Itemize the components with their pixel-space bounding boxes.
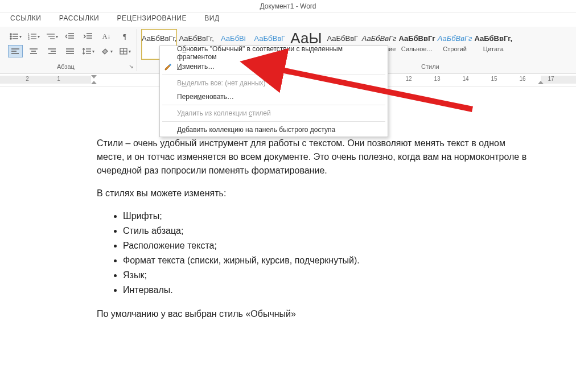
context-menu-label: Изменить…	[177, 63, 215, 71]
shading-icon[interactable]: ▾	[99, 45, 114, 57]
style-sample: АаБбВвГ	[327, 31, 359, 46]
context-menu-item[interactable]: Изменить…	[160, 60, 388, 73]
ruler-tick: 2	[23, 76, 32, 82]
style-sample: АаБбВвГг,	[179, 31, 213, 46]
style-sample: АаБбВвГг,	[474, 31, 512, 46]
context-menu-item: Выделить все: (нет данных)	[160, 76, 388, 90]
style-sample: АаБбВвГ	[254, 31, 286, 46]
context-menu-separator	[162, 121, 385, 122]
context-menu-item: Удалить из коллекции стилей	[160, 106, 388, 120]
modify-style-icon	[163, 62, 172, 71]
paragraph: По умолчанию у вас выбран стиль «Обычный…	[97, 307, 535, 321]
ruler-shade-left	[0, 76, 91, 84]
borders-icon[interactable]: ▾	[117, 45, 132, 57]
style-tile[interactable]: АаБбВвГгСильное…	[398, 29, 435, 60]
ruler-tick: 15	[489, 76, 499, 82]
context-menu-separator	[162, 75, 385, 75]
numbered-list-icon[interactable]: 1 2 3 ▾	[26, 30, 41, 43]
list-item: Язык;	[123, 269, 535, 282]
style-sample: АаБбВі	[221, 31, 246, 46]
text-run: Стили – очень удобный инструмент для раб…	[97, 138, 505, 162]
style-sample: АаБбВвГг	[398, 31, 435, 46]
svg-point-2	[10, 36, 11, 37]
align-right-icon[interactable]	[44, 45, 59, 57]
context-menu-label: Выделить все: (нет данных)	[177, 79, 266, 87]
style-sample: АаЫ	[290, 31, 322, 46]
style-sample: АаБбВвГг	[362, 31, 397, 46]
ribbon-tabs: ССЫЛКИ РАССЫЛКИ РЕЦЕНЗИРОВАНИЕ ВИД	[0, 13, 576, 27]
style-context-menu[interactable]: Обновить "Обычный" в соответствии с выде…	[159, 46, 388, 137]
ruler-tick: 16	[518, 76, 527, 82]
context-menu-label: Добавить коллекцию на панель быстрого до…	[177, 126, 335, 134]
tab-review[interactable]: РЕЦЕНЗИРОВАНИЕ	[117, 14, 187, 22]
list-item: Расположение текста;	[123, 239, 535, 253]
tab-references[interactable]: ССЫЛКИ	[10, 14, 41, 22]
document-area[interactable]: Стили – очень удобный инструмент для раб…	[0, 102, 576, 392]
context-menu-separator	[162, 105, 385, 105]
decrease-indent-icon[interactable]	[63, 30, 77, 43]
context-menu-label: Обновить "Обычный" в соответствии с выде…	[177, 45, 382, 61]
window-title: Документ1 - Word	[0, 0, 576, 13]
list-item: Интервалы.	[123, 283, 535, 297]
sort-icon[interactable]: A↓	[99, 30, 114, 43]
line-spacing-icon[interactable]: ▾	[81, 45, 96, 57]
ruler-tick: 17	[546, 76, 556, 82]
style-sample: АаБбВвГг,	[142, 31, 176, 46]
spell-error[interactable]: нормоконтроле	[454, 152, 519, 162]
ruler-tick: 1	[54, 76, 63, 82]
page-content: Стили – очень удобный инструмент для раб…	[97, 137, 535, 330]
right-indent-marker[interactable]	[538, 81, 544, 84]
align-justify-icon[interactable]	[63, 45, 77, 57]
style-name: Цитата	[483, 46, 504, 52]
first-line-indent-marker[interactable]	[91, 75, 97, 79]
style-name: Сильное…	[401, 46, 433, 52]
ruler-tick: 13	[433, 76, 442, 82]
style-name: Строгий	[443, 46, 467, 52]
context-menu-label: Удалить из коллекции стилей	[177, 109, 271, 117]
hanging-indent-marker[interactable]	[91, 81, 97, 84]
bullet-list-icon[interactable]: ▾	[8, 30, 23, 43]
paragraph: Стили – очень удобный инструмент для раб…	[97, 137, 535, 178]
context-menu-item[interactable]: Переименовать…	[160, 90, 388, 104]
paragraph: В стилях вы можете изменять:	[97, 187, 535, 200]
paragraph-dialog-launcher-icon[interactable]: ↘	[129, 63, 135, 70]
tab-mailings[interactable]: РАССЫЛКИ	[59, 14, 99, 22]
style-tile[interactable]: АаБбВвГг,Цитата	[474, 29, 513, 60]
svg-text:3: 3	[28, 37, 30, 40]
svg-point-4	[10, 38, 11, 39]
show-marks-icon[interactable]: ¶	[117, 30, 132, 43]
increase-indent-icon[interactable]	[81, 30, 96, 43]
context-menu-item[interactable]: Обновить "Обычный" в соответствии с выде…	[160, 46, 388, 60]
context-menu-item[interactable]: Добавить коллекцию на панель быстрого до…	[160, 123, 388, 137]
tab-view[interactable]: ВИД	[204, 14, 219, 22]
group-divider	[137, 29, 137, 71]
bullet-list: Шрифты;Стиль абзаца;Расположение текста;…	[97, 209, 535, 297]
list-item: Стиль абзаца;	[123, 224, 535, 238]
svg-point-0	[10, 34, 11, 35]
ruler-tick: 12	[404, 76, 413, 82]
list-item: Формат текста (списки, жирный, курсив, п…	[123, 254, 535, 267]
list-item: Шрифты;	[123, 209, 535, 223]
align-center-icon[interactable]	[26, 45, 41, 57]
context-menu-label: Переименовать…	[177, 93, 234, 101]
align-left-icon[interactable]	[8, 45, 23, 57]
styles-group-label: Стили	[421, 63, 439, 70]
style-tile[interactable]: АаБбВвГгСтрогий	[437, 29, 473, 60]
style-sample: АаБбВвГг	[438, 31, 472, 46]
paragraph-group-label: Абзац	[57, 63, 75, 70]
ruler-tick: 14	[461, 76, 470, 82]
paragraph-group: ▾ 1 2 3 ▾ ▾	[8, 30, 133, 60]
multilevel-list-icon[interactable]: ▾	[44, 30, 59, 43]
